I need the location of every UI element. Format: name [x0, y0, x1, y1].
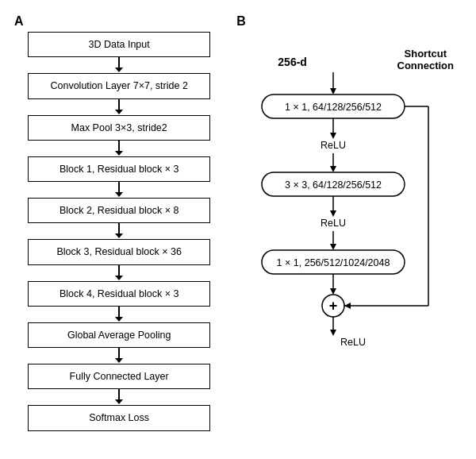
arrow-down-icon [118, 223, 120, 234]
svg-text:3 × 3,   64/128/256/512: 3 × 3, 64/128/256/512 [285, 179, 382, 191]
arrow-down-icon [118, 307, 120, 318]
arrow-down-icon [118, 389, 120, 400]
right-diagram-svg: 1 × 1, 64/128/256/512 ReLU 3 × 3, 64/128… [246, 72, 452, 382]
left-panel-label: A [14, 14, 24, 29]
svg-marker-23 [330, 330, 336, 336]
flow-box-7: Global Average Pooling [28, 322, 210, 348]
svg-text:ReLU: ReLU [321, 218, 346, 229]
arrow-2 [28, 141, 210, 156]
svg-text:1 × 1,   256/512/1024/2048: 1 × 1, 256/512/1024/2048 [277, 257, 390, 268]
flow-box-3: Block 1, Residual block × 3 [28, 156, 210, 182]
arrow-3 [28, 182, 210, 198]
svg-marker-19 [330, 288, 336, 295]
svg-text:+: + [329, 298, 338, 314]
arrow-6 [28, 307, 210, 322]
arrow-down-icon [118, 265, 120, 276]
flow-box-8: Fully Connected Layer [28, 364, 210, 389]
right-panel-label: B [236, 14, 246, 29]
arrow-down-icon [118, 348, 120, 359]
flow-box-1: Convolution Layer 7×7, stride 2 [28, 73, 210, 98]
flow-box-0: 3D Data Input [28, 32, 210, 57]
svg-marker-1 [330, 88, 336, 94]
arrow-5 [28, 265, 210, 281]
arrow-1 [28, 99, 210, 115]
shortcut-label: Shortcut Connection [397, 48, 455, 71]
arrow-down-icon [118, 182, 120, 193]
arrow-4 [28, 223, 210, 239]
arrow-down-icon [118, 57, 120, 68]
svg-marker-8 [330, 166, 336, 172]
arrow-7 [28, 348, 210, 364]
input-label: 256-d [278, 56, 307, 68]
arrow-8 [28, 389, 210, 405]
arrow-down-icon [118, 141, 120, 152]
svg-text:1 × 1,   64/128/256/512: 1 × 1, 64/128/256/512 [285, 102, 382, 113]
arrow-down-icon [118, 99, 120, 110]
svg-marker-12 [330, 210, 336, 217]
arrow-0 [28, 57, 210, 73]
flow-box-4: Block 2, Residual block × 8 [28, 198, 210, 223]
flow-box-5: Block 3, Residual block × 36 [28, 239, 210, 264]
svg-marker-15 [330, 244, 336, 250]
right-panel: B Shortcut Connection 256-d 1 × 1, 64/12… [230, 8, 468, 451]
right-diagram: Shortcut Connection 256-d 1 × 1, 64/128/… [230, 32, 468, 382]
left-flow: 3D Data InputConvolution Layer 7×7, stri… [28, 32, 210, 431]
svg-text:ReLU: ReLU [340, 337, 366, 348]
flow-box-2: Max Pool 3×3, stride2 [28, 115, 210, 141]
flow-box-9: Softmax Loss [28, 405, 210, 430]
svg-text:ReLU: ReLU [321, 140, 346, 151]
flow-box-6: Block 4, Residual block × 3 [28, 281, 210, 307]
left-panel: A 3D Data InputConvolution Layer 7×7, st… [8, 8, 230, 451]
svg-marker-5 [330, 133, 336, 139]
svg-marker-28 [344, 303, 351, 309]
